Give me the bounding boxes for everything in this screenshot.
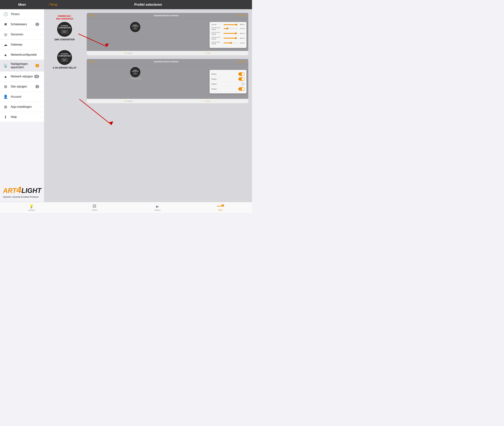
chevron-right-icon: › — [40, 115, 41, 119]
device2-block: DIMMER CONVERTER DALC NET 4 CH DRIVER RE… — [53, 50, 77, 69]
slider-label-dimmer: Dimmer — [212, 24, 222, 25]
screenshot1-center-title: Casambi Kennis Centrum — [154, 14, 179, 17]
screenshot1-bewerken[interactable]: Bewerken — [238, 14, 246, 17]
sidebar-label-timers: Timers — [11, 13, 40, 16]
device1-icon: DIMMER CONVERTER DALC NET — [57, 22, 72, 37]
screenshot2-center-title: Casambi Kennis Centrum — [154, 60, 179, 63]
app-settings-icon: ⊞ — [3, 104, 8, 109]
slider-track-ch1 — [224, 28, 238, 29]
chevron-right-icon: › — [40, 95, 41, 98]
relay-row-4: Relay4 — [212, 87, 245, 92]
relay-label-4: Relay4 — [212, 88, 217, 90]
tab-label-scenes: Scènes — [154, 209, 161, 211]
sidebar-label-app-instellingen: App-instellingen — [11, 105, 40, 108]
relay-toggle-1[interactable] — [238, 72, 245, 76]
screenshot2-nav-lampen: 💡 Lampen — [125, 100, 132, 102]
slider-value-ch2: 84.5 % — [239, 33, 245, 34]
site-wijzigen-icon: ⊞ — [3, 84, 8, 89]
tab-lampen[interactable]: 💡 Lampen — [0, 203, 63, 212]
screenshot2-inner: Groep Casambi Kennis Centrum Bewerken DI… — [87, 59, 248, 103]
relay-label-2: Relay2 — [212, 78, 217, 80]
device-column: FABRIEKSAF; DIM CONVERTER DIMMER CONVERT… — [48, 13, 81, 198]
device1-block: FABRIEKSAF; DIM CONVERTER DIMMER CONVERT… — [54, 15, 74, 41]
slider-thumb-dimmer — [235, 24, 237, 26]
sidebar-item-netwerkconfiguratie[interactable]: ▲ Netwerkconfiguratie › — [0, 50, 44, 60]
slider-thumb-ch1 — [226, 28, 228, 29]
sidebar-item-schakelaars[interactable]: ✖ Schakelaars 1 › — [0, 19, 44, 29]
sidebar-item-sensoren[interactable]: ◎ Sensoren › — [0, 29, 44, 40]
chevron-right-icon: › — [40, 85, 41, 88]
chevron-right-icon: › — [40, 43, 41, 46]
sidebar-item-nabijgelegen[interactable]: 📡 Nabijgelegen apparaten 1 › — [0, 60, 44, 71]
gateway-icon: ☁ — [3, 42, 8, 47]
mini-dalcnet1: DALC NET — [133, 27, 138, 30]
network-config-icon: ▲ — [3, 52, 8, 57]
meer-icon: ••• — [217, 204, 221, 208]
relay-toggle-2[interactable] — [238, 77, 245, 81]
bottom-tabs: 💡 Lampen 🖼 Galerij ▶ Scènes ••• 1 Meer — [0, 202, 252, 213]
chevron-right-icon: › — [40, 105, 41, 108]
sidebar-item-app-instellingen[interactable]: ⊞ App-instellingen › — [0, 102, 44, 112]
sidebar-item-timers[interactable]: 🕐 Timers › — [0, 9, 44, 19]
back-label: Terug — [50, 3, 57, 6]
meer-badge: 1 — [221, 204, 224, 207]
page-title: Profiel selecteren — [134, 3, 162, 7]
slider-thumb-ch4 — [230, 42, 232, 44]
relay-toggle-4[interactable] — [238, 87, 245, 91]
tab-scenes[interactable]: ▶ Scènes — [126, 203, 189, 212]
converter-text2: CONVERTER — [58, 55, 71, 57]
screenshot1-header: Groep Casambi Kennis Centrum Bewerken — [87, 13, 248, 18]
netwerk-wijzigen-badge: 42 — [34, 75, 39, 78]
screenshot2-bottom-nav: 💡 Lampen ••• Meer — [87, 99, 248, 103]
nabijgelegen-badge: 1 — [36, 64, 39, 67]
slider-label-ch2: CH2 Q1-10V - Relay2 — [212, 32, 222, 35]
relay-toggle-3[interactable] — [238, 82, 245, 86]
slider-label-ch1: CH1 Q1-10V - Relay1 — [212, 27, 222, 30]
converter-text: CONVERTER — [58, 27, 71, 29]
sidebar-item-site-wijzigen[interactable]: ⊞ Site wijzigen 1 › — [0, 82, 44, 92]
back-button[interactable]: ‹ Terug — [48, 3, 57, 6]
tab-label-meer: Meer — [219, 209, 223, 211]
screenshot2-mini-dimmer: DIMMER CONVERTER DALC NET — [130, 67, 140, 77]
chevron-right-icon: › — [40, 75, 41, 78]
slider-track-ch4 — [224, 43, 238, 43]
tab-label-lampen: Lampen — [28, 209, 35, 211]
chevron-right-icon: › — [40, 23, 41, 26]
screenshot2-device-icon: DIMMER CONVERTER DALC NET 4 CH DRIVER RE… — [129, 67, 141, 80]
screenshot2-header: Groep Casambi Kennis Centrum Bewerken — [87, 59, 248, 64]
slider-row-dimmer: Dimmer 88.5 % — [212, 24, 245, 25]
sidebar-label-gateway: Gateway — [11, 43, 40, 46]
slider-track-ch3 — [224, 38, 238, 38]
slider-label-ch3: CH3 Q1-10V - Relay3 — [212, 36, 222, 40]
right-header-section: ‹ Terug Profiel selecteren — [44, 3, 252, 7]
slider-label-ch4: CH4 Q1-10V - Relay4 — [212, 41, 222, 45]
chevron-right-icon: › — [40, 33, 41, 36]
sensor-icon: ◎ — [3, 32, 8, 37]
slider-fill-ch2 — [224, 33, 236, 34]
screenshot1-nav-lampen: 💡 Lampen — [125, 52, 132, 54]
screenshot2-bewerken[interactable]: Bewerken — [238, 61, 246, 63]
tab-meer[interactable]: ••• 1 Meer — [189, 203, 252, 212]
screenshot1-nav-meer: ••• Meer — [205, 52, 210, 54]
sidebar-item-help[interactable]: ℹ Help › — [0, 112, 44, 122]
sidebar-item-gateway[interactable]: ☁ Gateway › — [0, 40, 44, 50]
fab-label: FABRIEKSAF; DIM CONVERTER — [56, 15, 73, 21]
relay-row-3: Relay3 — [212, 82, 245, 87]
sidebar-label-schakelaars: Schakelaars — [11, 23, 36, 26]
screenshot2: Groep Casambi Kennis Centrum Bewerken DI… — [87, 59, 248, 103]
screenshot2-group-label: Groep — [89, 61, 94, 63]
galerij-icon: 🖼 — [93, 204, 96, 208]
main-content: 🕐 Timers › ✖ Schakelaars 1 › ◎ Sensoren … — [0, 9, 252, 202]
dalcnet-logo1: DALC NET — [61, 30, 68, 34]
slider-value-dimmer: 88.5 % — [239, 24, 245, 25]
logo-area: ART4LIGHT Importer Casambi Enabled Produ… — [0, 181, 44, 202]
chevron-right-icon: › — [40, 53, 41, 56]
sidebar-item-netwerk-wijzigen[interactable]: ▲ Netwerk wijzigen 42 › — [0, 71, 44, 82]
relay-label-1: Relay1 — [212, 73, 217, 75]
screenshot2-nav-meer: ••• Meer — [205, 100, 210, 102]
sidebar-item-account[interactable]: 👤 Account › — [0, 92, 44, 102]
tab-label-galerij: Galerij — [92, 209, 97, 211]
tab-galerij[interactable]: 🖼 Galerij — [63, 203, 126, 212]
schakelaars-badge: 1 — [36, 23, 39, 26]
slider-fill-ch3 — [224, 38, 236, 38]
